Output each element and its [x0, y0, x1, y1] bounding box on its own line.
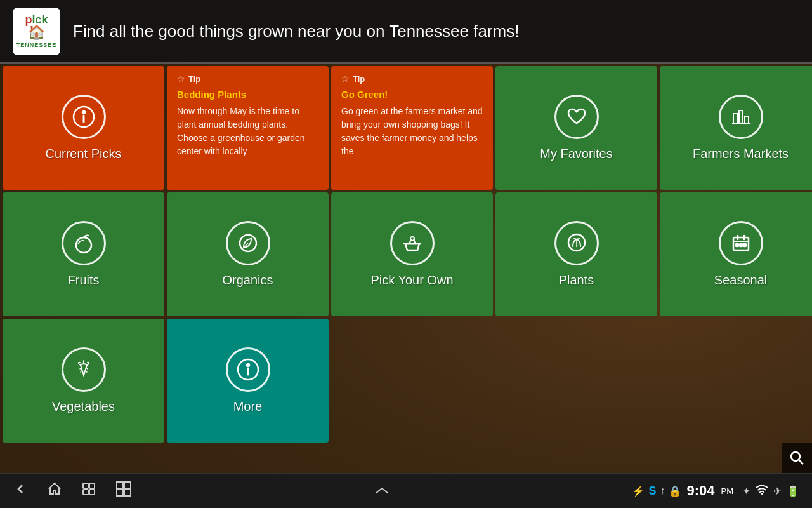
tip-label-2: Tip	[353, 74, 365, 84]
farmers-markets-tile[interactable]: Farmers Markets	[660, 66, 812, 190]
usb-icon: ⚡	[632, 485, 645, 497]
nav-left-controls	[13, 481, 132, 501]
upload-icon: ↑	[660, 485, 665, 497]
tip-badge-2: ☆ Tip	[341, 74, 365, 84]
more-tile[interactable]: More	[167, 319, 329, 443]
tip-star-icon: ☆	[177, 74, 185, 84]
current-picks-label: Current Picks	[45, 147, 121, 161]
svg-point-7	[76, 237, 91, 253]
tip-bedding-title: Bedding Plants	[177, 89, 246, 100]
system-time: 9:04	[686, 483, 714, 499]
tip-bedding-tile[interactable]: ☆ Tip Bedding Plants Now through May is …	[167, 66, 329, 190]
time-am-pm: PM	[721, 486, 734, 496]
organics-label: Organics	[222, 273, 273, 288]
carrot-icon	[62, 347, 106, 392]
skype-icon: S	[648, 485, 656, 498]
plant-icon	[554, 221, 599, 265]
screenshot-button[interactable]	[115, 481, 132, 501]
home-button[interactable]	[47, 481, 62, 500]
svg-rect-17	[736, 244, 738, 246]
wifi-icon	[756, 485, 768, 497]
svg-rect-31	[83, 490, 88, 495]
search-icon	[789, 450, 804, 465]
svg-point-26	[247, 364, 249, 366]
seasonal-label: Seasonal	[714, 273, 767, 288]
bottom-navigation-bar: ⚡ S ↑ 🔒 9:04 PM ✦ ✈ 🔋	[0, 473, 812, 508]
tip-bedding-body: Now through May is the time to plant ann…	[177, 105, 318, 158]
basket-icon	[390, 221, 435, 265]
main-grid: Current Picks ☆ Tip Bedding Plants Now t…	[0, 64, 812, 505]
svg-rect-33	[117, 482, 123, 488]
heart-icon	[554, 95, 599, 139]
tip-gogreen-body: Go green at the farmers market and bring…	[341, 105, 483, 158]
fruit-icon	[62, 221, 106, 265]
organics-tile[interactable]: Organics	[167, 192, 329, 316]
vegetables-tile[interactable]: Vegetables	[3, 319, 164, 443]
logo-container: pick 🏠 TENNESSEE	[13, 8, 60, 55]
pick-your-own-tile[interactable]: Pick Your Own	[331, 192, 493, 316]
svg-point-37	[761, 493, 763, 495]
app-header: pick 🏠 TENNESSEE Find all the good thing…	[0, 0, 812, 64]
svg-point-2	[82, 111, 85, 114]
svg-rect-4	[739, 110, 743, 124]
logo-tennessee-text: TENNESSEE	[16, 42, 57, 48]
nav-right-status: ⚡ S ↑ 🔒 9:04 PM ✦ ✈ 🔋	[632, 483, 799, 499]
tip-star-icon-2: ☆	[341, 74, 350, 84]
farmers-markets-label: Farmers Markets	[693, 147, 789, 161]
my-favorites-tile[interactable]: My Favorites	[495, 66, 657, 190]
svg-line-21	[86, 368, 88, 369]
svg-rect-34	[124, 482, 131, 488]
svg-rect-5	[745, 116, 749, 124]
nav-center-handle[interactable]	[372, 485, 391, 497]
fruits-tile[interactable]: Fruits	[3, 192, 164, 316]
svg-rect-36	[124, 490, 131, 496]
svg-line-22	[81, 371, 82, 372]
svg-point-27	[791, 452, 800, 461]
svg-rect-3	[733, 114, 737, 124]
handle-icon	[372, 485, 391, 497]
plants-tile[interactable]: Plants	[495, 192, 657, 316]
svg-line-20	[80, 368, 81, 369]
tip-gogreen-title: Go Green!	[341, 89, 388, 100]
current-picks-tile[interactable]: Current Picks	[3, 66, 164, 190]
svg-rect-29	[83, 483, 88, 488]
info-icon	[62, 95, 106, 139]
tip-label: Tip	[188, 74, 200, 84]
recents-button[interactable]	[81, 481, 96, 500]
pick-your-own-label: Pick Your Own	[370, 273, 453, 288]
app-logo: pick 🏠 TENNESSEE	[13, 8, 60, 55]
svg-rect-32	[89, 490, 95, 495]
svg-rect-18	[740, 244, 742, 246]
more-label: More	[233, 399, 263, 414]
back-button[interactable]	[13, 481, 28, 500]
vegetables-label: Vegetables	[52, 399, 115, 414]
status-icons: ⚡ S ↑ 🔒	[632, 485, 681, 498]
bluetooth-icon: ✦	[742, 485, 750, 497]
chart-icon	[719, 95, 763, 139]
search-button[interactable]	[782, 443, 812, 473]
calendar-icon	[719, 221, 763, 265]
my-favorites-label: My Favorites	[540, 147, 612, 161]
battery-icon: 🔋	[787, 485, 799, 497]
leaf-icon	[226, 221, 270, 265]
tip-gogreen-tile[interactable]: ☆ Tip Go Green! Go green at the farmers …	[331, 66, 493, 190]
fruits-label: Fruits	[68, 273, 100, 288]
svg-line-23	[86, 371, 87, 372]
airplane-icon: ✈	[773, 485, 782, 497]
plants-label: Plants	[559, 273, 594, 288]
logo-barn-icon: 🏠	[28, 24, 45, 41]
lock-icon: 🔒	[669, 485, 681, 497]
svg-rect-19	[743, 244, 746, 246]
more-info-icon	[226, 347, 270, 392]
tip-badge: ☆ Tip	[177, 74, 200, 84]
header-tagline: Find all the good things grown near you …	[73, 22, 519, 41]
svg-rect-30	[89, 483, 95, 488]
svg-point-10	[410, 237, 414, 241]
svg-rect-35	[117, 490, 123, 496]
seasonal-tile[interactable]: Seasonal	[660, 192, 812, 316]
svg-line-28	[799, 460, 804, 465]
